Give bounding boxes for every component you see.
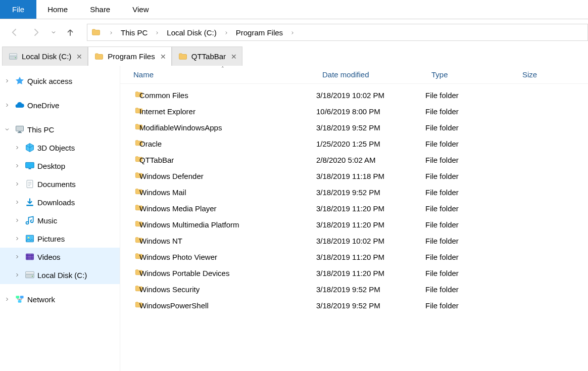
tree-localdisk[interactable]: Local Disk (C:) — [0, 266, 120, 284]
file-type: File folder — [425, 253, 516, 261]
tree-label: Videos — [37, 253, 61, 261]
tab-label: Program Files — [108, 52, 155, 61]
tree-videos[interactable]: Videos — [0, 248, 120, 266]
tree-documents[interactable]: Documents — [0, 175, 120, 193]
folder-tabs: Local Disk (C:)✕Program Files✕QTTabBar✕ — [0, 45, 588, 66]
tree-onedrive[interactable]: OneDrive — [0, 96, 120, 114]
tab-label: QTTabBar — [191, 52, 226, 61]
folder-icon — [94, 52, 104, 61]
expand-icon[interactable] — [4, 101, 12, 110]
breadcrumb-program-files[interactable]: Program Files — [235, 28, 284, 37]
expand-icon[interactable] — [14, 180, 22, 189]
file-row[interactable]: QTTabBar2/8/2020 5:02 AMFile folder — [120, 152, 588, 168]
folder-icon — [120, 301, 134, 310]
file-row[interactable]: Windows Mail3/18/2019 9:52 PMFile folder — [120, 184, 588, 200]
breadcrumb-this-pc[interactable]: This PC — [120, 28, 149, 37]
tree-pictures[interactable]: Pictures — [0, 229, 120, 248]
nav-history-dropdown[interactable] — [51, 28, 58, 37]
expand-icon[interactable] — [4, 295, 12, 304]
tree-label: Local Disk (C:) — [37, 271, 87, 280]
folder-tab[interactable]: QTTabBar✕ — [172, 47, 242, 66]
file-row[interactable]: Windows Photo Viewer3/18/2019 11:20 PMFi… — [120, 249, 588, 265]
expand-icon[interactable] — [14, 216, 22, 225]
star-icon — [14, 76, 25, 86]
expand-icon[interactable] — [14, 253, 22, 261]
expand-icon[interactable] — [14, 198, 22, 207]
ribbon-file-tab[interactable]: File — [0, 0, 36, 19]
nav-up-button[interactable] — [64, 26, 77, 39]
column-type[interactable]: Type — [425, 70, 516, 79]
folder-icon — [120, 188, 134, 197]
tree-label: OneDrive — [27, 101, 59, 110]
expand-icon[interactable] — [14, 235, 22, 243]
tree-this-pc[interactable]: This PC — [0, 120, 120, 138]
nav-forward-button[interactable] — [29, 26, 42, 39]
close-tab-icon[interactable]: ✕ — [76, 53, 82, 60]
folder-icon — [120, 90, 134, 100]
folder-icon — [120, 252, 134, 262]
tree-downloads[interactable]: Downloads — [0, 193, 120, 211]
file-row[interactable]: Windows Portable Devices3/18/2019 11:20 … — [120, 265, 588, 281]
breadcrumb-bar[interactable]: This PC Local Disk (C:) Program Files — [87, 24, 588, 41]
close-tab-icon[interactable]: ✕ — [160, 53, 166, 60]
tree-desktop[interactable]: Desktop — [0, 157, 120, 175]
file-name: ModifiableWindowsApps — [139, 123, 316, 132]
chevron-right-icon[interactable] — [150, 28, 165, 37]
tree-label: Network — [27, 295, 55, 304]
file-date: 3/18/2019 9:52 PM — [316, 285, 425, 294]
file-row[interactable]: Windows Media Player3/18/2019 11:20 PMFi… — [120, 200, 588, 216]
tree-label: Pictures — [37, 235, 65, 243]
tree-music[interactable]: Music — [0, 211, 120, 229]
folder-icon — [120, 123, 134, 132]
file-row[interactable]: Windows NT3/18/2019 10:02 PMFile folder — [120, 233, 588, 249]
tree-network[interactable]: Network — [0, 290, 120, 308]
file-type: File folder — [425, 188, 516, 197]
folder-icon — [120, 220, 134, 229]
file-row[interactable]: ModifiableWindowsApps3/18/2019 9:52 PMFi… — [120, 119, 588, 135]
tree-label: Documents — [37, 180, 76, 189]
file-row[interactable]: Windows Security3/18/2019 9:52 PMFile fo… — [120, 281, 588, 297]
column-size[interactable]: Size — [516, 70, 588, 79]
ribbon-share-tab[interactable]: Share — [79, 0, 121, 19]
file-row[interactable]: Oracle1/25/2020 1:25 PMFile folder — [120, 135, 588, 152]
expand-icon[interactable] — [14, 144, 22, 152]
network-icon — [14, 294, 25, 304]
file-name: WindowsPowerShell — [139, 301, 316, 310]
breadcrumb-local-disk[interactable]: Local Disk (C:) — [166, 28, 217, 37]
folder-icon — [120, 268, 134, 278]
file-type: File folder — [425, 237, 516, 245]
chevron-right-icon[interactable] — [219, 28, 234, 37]
folder-tab[interactable]: Local Disk (C:)✕ — [2, 47, 88, 66]
file-type: File folder — [425, 285, 516, 294]
file-row[interactable]: Internet Explorer10/6/2019 8:00 PMFile f… — [120, 103, 588, 119]
ribbon: File Home Share View — [0, 0, 588, 19]
tree-label: 3D Objects — [37, 144, 75, 152]
music-icon — [24, 215, 35, 225]
expand-icon[interactable] — [14, 162, 22, 170]
file-row[interactable]: WindowsPowerShell3/18/2019 9:52 PMFile f… — [120, 297, 588, 313]
file-type: File folder — [425, 140, 516, 148]
picture-icon — [24, 234, 35, 244]
expand-icon[interactable] — [14, 271, 22, 280]
column-name[interactable]: Name — [120, 70, 316, 79]
chevron-right-icon[interactable] — [285, 28, 300, 37]
file-type: File folder — [425, 204, 516, 213]
collapse-icon[interactable] — [4, 125, 12, 134]
file-row[interactable]: Windows Defender3/18/2019 11:18 PMFile f… — [120, 168, 588, 184]
tree-quick-access[interactable]: Quick access — [0, 72, 120, 90]
tree-3dobj[interactable]: 3D Objects — [0, 138, 120, 157]
file-type: File folder — [425, 123, 516, 132]
video-icon — [24, 252, 35, 262]
expand-icon[interactable] — [4, 77, 12, 85]
download-icon — [24, 197, 35, 207]
ribbon-view-tab[interactable]: View — [121, 0, 160, 19]
ribbon-home-tab[interactable]: Home — [36, 0, 79, 19]
nav-back-button[interactable] — [8, 26, 21, 39]
close-tab-icon[interactable]: ✕ — [231, 53, 237, 60]
file-row[interactable]: Common Files3/18/2019 10:02 PMFile folde… — [120, 87, 588, 103]
file-row[interactable]: Windows Multimedia Platform3/18/2019 11:… — [120, 216, 588, 233]
tree-label: This PC — [27, 125, 54, 134]
folder-tab[interactable]: Program Files✕ — [88, 47, 171, 66]
chevron-right-icon[interactable] — [104, 28, 119, 37]
column-date-modified[interactable]: Date modified — [316, 70, 425, 79]
